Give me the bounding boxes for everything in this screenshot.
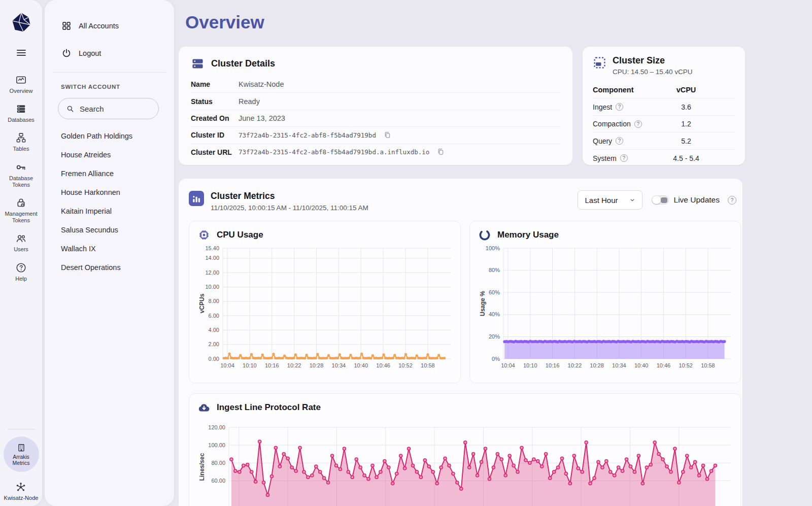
memory-usage-chart: 100%80%60%40%20%0%10:0410:1010:1610:2210… bbox=[478, 245, 733, 373]
help-icon[interactable]: ? bbox=[616, 103, 623, 111]
help-icon bbox=[15, 262, 27, 274]
copy-button[interactable] bbox=[383, 131, 392, 140]
cluster-details-title: Cluster Details bbox=[211, 58, 275, 69]
sidebar-label: Users bbox=[14, 246, 28, 253]
svg-text:100%: 100% bbox=[486, 245, 500, 251]
ingest-rate-chart: 120.00100.0080.0060.0010:0410:1010:1610:… bbox=[197, 417, 733, 506]
chevron-down-icon bbox=[629, 196, 636, 204]
svg-text:10:58: 10:58 bbox=[701, 362, 715, 368]
account-list-item[interactable]: Wallach IX bbox=[45, 239, 174, 258]
page-title: Overview bbox=[185, 12, 264, 32]
time-range-select[interactable]: Last Hour bbox=[578, 190, 642, 210]
sidebar-label: Databases bbox=[8, 117, 35, 123]
size-row-ingest: Ingest?3.6 bbox=[593, 98, 735, 116]
detail-value: Ready bbox=[239, 97, 260, 106]
grid-icon bbox=[61, 20, 72, 31]
memory-usage-header: Memory Usage bbox=[478, 228, 732, 242]
copy-icon bbox=[436, 148, 445, 156]
svg-text:10:04: 10:04 bbox=[220, 362, 234, 368]
influx-logo-icon bbox=[10, 11, 32, 33]
time-range-value: Last Hour bbox=[585, 196, 618, 205]
rail-nav: Overview Databases Tables bbox=[2, 74, 41, 282]
account-list-item[interactable]: Kaitain Imperial bbox=[45, 201, 174, 220]
all-accounts-button[interactable]: All Accounts bbox=[45, 15, 174, 37]
cluster-size-rows: Ingest?3.6Compaction?1.2Query?5.2System?… bbox=[593, 98, 735, 166]
detail-label: Status bbox=[191, 97, 239, 106]
account-list-item[interactable]: House Harkonnen bbox=[45, 183, 174, 201]
svg-text:2.00: 2.00 bbox=[209, 341, 219, 347]
sidebar-label: Overview bbox=[10, 88, 33, 94]
svg-text:10:58: 10:58 bbox=[421, 362, 435, 368]
svg-text:40%: 40% bbox=[489, 311, 500, 317]
svg-text:10:16: 10:16 bbox=[546, 362, 560, 368]
svg-text:10:10: 10:10 bbox=[243, 362, 257, 368]
menu-toggle-button[interactable] bbox=[15, 47, 27, 59]
help-icon[interactable]: ? bbox=[634, 120, 642, 128]
cluster-metrics-title: Cluster Metrics bbox=[211, 191, 368, 201]
lock-icon bbox=[15, 197, 27, 209]
sidebar-item-users[interactable]: Users bbox=[2, 232, 41, 253]
users-icon bbox=[15, 232, 27, 244]
svg-text:10:40: 10:40 bbox=[634, 362, 649, 368]
account-search-input[interactable] bbox=[80, 105, 151, 113]
vcpu-value: 4.5 - 5.4 bbox=[656, 154, 717, 162]
cluster-size-title: Cluster Size bbox=[613, 56, 693, 66]
svg-text:4.00: 4.00 bbox=[209, 327, 219, 333]
component-label: Query bbox=[593, 137, 612, 145]
svg-text:10:34: 10:34 bbox=[332, 362, 346, 368]
hamburger-icon bbox=[15, 47, 27, 59]
svg-text:80%: 80% bbox=[489, 267, 500, 273]
metrics-help-icon[interactable]: ? bbox=[728, 196, 736, 205]
account-list-item[interactable]: Salusa Secundus bbox=[45, 220, 174, 239]
account-list-item[interactable]: Fremen Alliance bbox=[45, 164, 174, 183]
divider bbox=[8, 429, 35, 429]
cluster-node-icon bbox=[15, 481, 27, 493]
component-label: Ingest bbox=[593, 103, 612, 111]
toggle-knob bbox=[652, 196, 661, 204]
sidebar-item-databases[interactable]: Databases bbox=[2, 103, 41, 123]
cloud-download-icon bbox=[197, 401, 211, 414]
detail-row-name: NameKwisatz-Node bbox=[191, 76, 560, 92]
svg-text:10:28: 10:28 bbox=[310, 362, 324, 368]
copy-button[interactable] bbox=[436, 148, 445, 156]
sidebar-item-tables[interactable]: Tables bbox=[2, 132, 41, 152]
cluster-switcher-kwisatz-node[interactable]: Kwisatz-Node bbox=[4, 481, 39, 501]
overview-icon bbox=[15, 74, 27, 86]
sidebar-item-management-tokens[interactable]: Management Tokens bbox=[2, 197, 41, 224]
account-list-item[interactable]: Golden Path Holdings bbox=[45, 126, 174, 145]
cpu-usage-title: CPU Usage bbox=[217, 230, 263, 240]
svg-text:0%: 0% bbox=[492, 356, 500, 362]
svg-text:10:22: 10:22 bbox=[287, 362, 301, 368]
svg-text:60.00: 60.00 bbox=[211, 478, 225, 484]
sidebar-item-overview[interactable]: Overview bbox=[2, 74, 41, 94]
account-list-item[interactable]: Desert Operations bbox=[45, 258, 174, 277]
memory-usage-title: Memory Usage bbox=[497, 230, 559, 240]
size-row-system: System?4.5 - 5.4 bbox=[593, 150, 735, 167]
cluster-metrics-card: Cluster Metrics 11/10/2025, 10:00:15 AM … bbox=[179, 179, 742, 506]
account-list-item[interactable]: House Atreides bbox=[45, 145, 174, 164]
svg-text:12.00: 12.00 bbox=[205, 269, 219, 276]
detail-label: Cluster ID bbox=[191, 131, 239, 139]
svg-text:10.00: 10.00 bbox=[205, 284, 219, 290]
detail-value: 73f72a4b-2315-4fc2-abf8-f5b4ad7919bd bbox=[239, 131, 376, 139]
cluster-size-icon bbox=[593, 56, 606, 70]
help-icon[interactable]: ? bbox=[620, 154, 628, 162]
help-icon[interactable]: ? bbox=[616, 137, 623, 145]
svg-text:6.00: 6.00 bbox=[209, 313, 219, 319]
live-updates-label: Live Updates bbox=[674, 195, 720, 205]
org-switcher-arrakis-metrics[interactable]: Arrakis Metrics bbox=[4, 436, 39, 472]
svg-text:10:34: 10:34 bbox=[612, 362, 626, 368]
account-search[interactable] bbox=[58, 98, 159, 119]
svg-text:20%: 20% bbox=[489, 333, 500, 340]
app-logo[interactable] bbox=[10, 11, 32, 33]
svg-text:10:52: 10:52 bbox=[398, 362, 413, 368]
svg-text:10:46: 10:46 bbox=[376, 362, 390, 368]
icon-rail: Overview Databases Tables bbox=[0, 0, 42, 506]
live-updates-toggle[interactable] bbox=[652, 195, 669, 205]
sidebar-label: Management Tokens bbox=[2, 211, 41, 224]
ingest-rate-panel: Ingest Line Protocol Rate 120.00100.0080… bbox=[189, 393, 741, 506]
sidebar-item-help[interactable]: Help bbox=[2, 262, 41, 282]
svg-text:15.40: 15.40 bbox=[205, 245, 219, 251]
logout-button[interactable]: Logout bbox=[45, 43, 174, 64]
sidebar-item-database-tokens[interactable]: Database Tokens bbox=[2, 161, 41, 188]
